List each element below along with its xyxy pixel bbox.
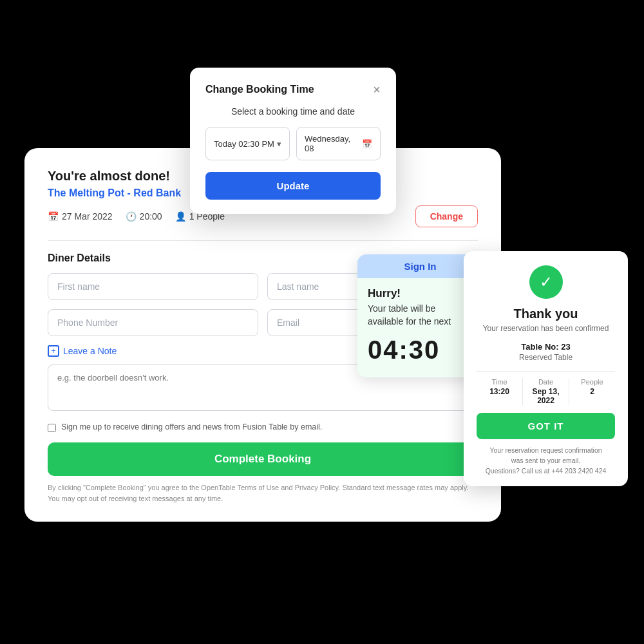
hurry-title: Hurry! bbox=[368, 287, 473, 300]
footer-line1: Your reservation request confirmation bbox=[489, 446, 601, 454]
modal-close-button[interactable]: × bbox=[373, 83, 381, 96]
time-detail-value: 13:20 bbox=[477, 387, 522, 396]
people-detail-label: People bbox=[569, 378, 615, 386]
countdown-timer: 04:30 bbox=[368, 336, 473, 365]
date-detail-value: Sep 13, 2022 bbox=[523, 387, 569, 405]
chevron-down-icon: ▾ bbox=[277, 139, 281, 149]
person-icon: 👤 bbox=[175, 211, 186, 222]
booking-date-item: 📅 27 Mar 2022 bbox=[48, 211, 113, 222]
confirmation-card: ✓ Thank you Your reservation has been co… bbox=[464, 251, 628, 486]
modal-title: Change Booking Time bbox=[205, 84, 314, 95]
booking-time: 20:00 bbox=[140, 211, 162, 222]
date-detail: Date Sep 13, 2022 bbox=[523, 378, 569, 405]
modal-header: Change Booking Time × bbox=[205, 83, 381, 96]
phone-input[interactable] bbox=[48, 309, 258, 336]
booking-time-item: 🕐 20:00 bbox=[126, 211, 162, 222]
leave-note-label: Leave a Note bbox=[63, 346, 117, 356]
calendar-picker-icon: 📅 bbox=[362, 139, 372, 149]
section-divider bbox=[48, 240, 478, 241]
footer-line2: was sent to your email. bbox=[511, 457, 580, 464]
checkmark-icon: ✓ bbox=[540, 273, 553, 291]
time-value: Today 02:30 PM bbox=[214, 139, 274, 149]
email-signup-label: Sign me up to receive dining offers and … bbox=[61, 422, 322, 431]
people-detail: People 2 bbox=[569, 378, 615, 405]
time-selector[interactable]: Today 02:30 PM ▾ bbox=[205, 127, 290, 160]
email-signup-row: Sign me up to receive dining offers and … bbox=[48, 422, 478, 432]
date-value: Wednesday, 08 bbox=[305, 134, 362, 153]
time-detail-label: Time bbox=[477, 378, 522, 386]
thank-you-heading: Thank you bbox=[477, 307, 615, 321]
booking-details-row: Time 13:20 Date Sep 13, 2022 People 2 bbox=[477, 371, 615, 405]
modal-selectors: Today 02:30 PM ▾ Wednesday, 08 📅 bbox=[205, 127, 381, 160]
booking-date: 27 Mar 2022 bbox=[62, 211, 113, 222]
note-box-icon: + bbox=[48, 345, 59, 357]
confirmed-text: Your reservation has been confirmed bbox=[477, 324, 615, 333]
hurry-text: Your table will be available for the nex… bbox=[368, 303, 473, 328]
clock-icon: 🕐 bbox=[126, 211, 137, 222]
date-selector[interactable]: Wednesday, 08 📅 bbox=[296, 127, 381, 160]
change-booking-modal: Change Booking Time × Select a booking t… bbox=[190, 68, 396, 214]
email-signup-checkbox[interactable] bbox=[48, 424, 56, 432]
terms-text: By clicking "Complete Booking" you agree… bbox=[48, 482, 478, 504]
footer-line3: Questions? Call us at +44 203 2420 424 bbox=[486, 467, 607, 475]
date-detail-label: Date bbox=[523, 378, 569, 386]
complete-booking-button[interactable]: Complete Booking bbox=[48, 442, 478, 476]
confirmation-footer: Your reservation request confirmation wa… bbox=[477, 446, 615, 476]
change-button[interactable]: Change bbox=[415, 205, 478, 227]
update-button[interactable]: Update bbox=[205, 172, 381, 200]
first-name-input[interactable] bbox=[48, 273, 258, 300]
table-number: Table No: 23 bbox=[477, 342, 615, 352]
time-detail: Time 13:20 bbox=[477, 378, 523, 405]
modal-subtitle: Select a booking time and date bbox=[205, 106, 381, 117]
table-type: Reserved Table bbox=[477, 353, 615, 362]
check-circle-icon: ✓ bbox=[529, 265, 563, 299]
calendar-icon: 📅 bbox=[48, 211, 59, 222]
people-detail-value: 2 bbox=[569, 387, 615, 396]
got-it-button[interactable]: GOT IT bbox=[477, 413, 615, 439]
